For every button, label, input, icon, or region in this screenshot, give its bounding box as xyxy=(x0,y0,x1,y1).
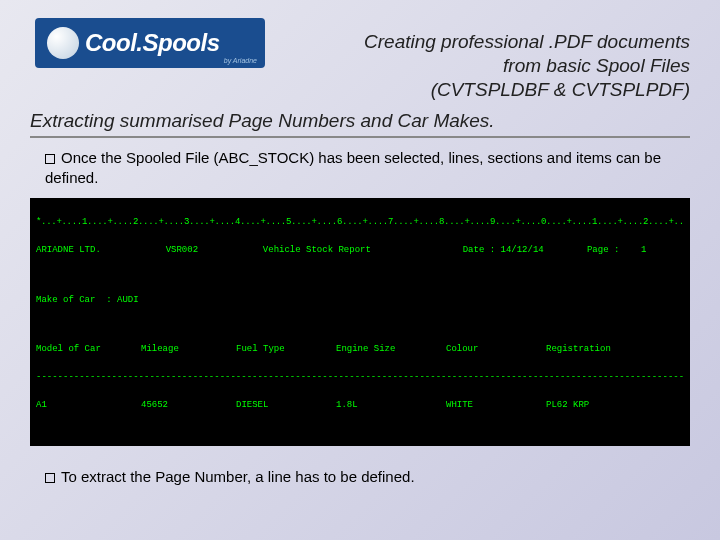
bullet-point-1: Once the Spooled File (ABC_STOCK) has be… xyxy=(45,148,690,187)
page-value: 1 xyxy=(641,245,646,255)
report-header-row: ARIADNE LTD. VSR002 Vehicle Stock Report… xyxy=(36,244,684,258)
date-value: 14/12/14 xyxy=(501,245,544,255)
column-ruler: *...+....1....+....2....+....3....+....4… xyxy=(36,216,684,230)
hdr-mileage: Mileage xyxy=(141,343,236,357)
title-line-3: (CVTSPLDBF & CVTSPLPDF) xyxy=(290,78,690,102)
company-name: ARIADNE LTD. xyxy=(36,245,101,255)
report-id: VSR002 xyxy=(166,245,198,255)
bullet-2-text: To extract the Page Number, a line has t… xyxy=(61,468,415,485)
bullet-1-text: Once the Spooled File (ABC_STOCK) has be… xyxy=(45,149,661,186)
logo-byline: by Ariadne xyxy=(224,57,257,64)
hdr-colour: Colour xyxy=(446,343,546,357)
make-value: AUDI xyxy=(117,295,139,305)
hdr-reg: Registration xyxy=(546,343,666,357)
bullet-square-icon xyxy=(45,473,55,483)
brand-logo: Cool.Spools by Ariadne xyxy=(35,18,265,68)
date-label: Date : xyxy=(463,245,495,255)
hdr-engine: Engine Size xyxy=(336,343,446,357)
table-row: A145652DIESEL1.8LWHITEPL62 KRP xyxy=(36,399,684,413)
report-title: Vehicle Stock Report xyxy=(263,245,371,255)
terminal-screenshot: *...+....1....+....2....+....3....+....4… xyxy=(30,198,690,446)
logo-sphere-icon xyxy=(47,27,79,59)
divider-line: ----------------------------------------… xyxy=(36,371,684,385)
hdr-fuel: Fuel Type xyxy=(236,343,336,357)
bullet-point-2: To extract the Page Number, a line has t… xyxy=(45,468,690,485)
logo-text: Cool.Spools xyxy=(85,29,220,57)
column-headers: Model of CarMileageFuel TypeEngine SizeC… xyxy=(36,343,684,357)
hdr-model: Model of Car xyxy=(36,343,141,357)
slide-title: Creating professional .PDF documents fro… xyxy=(290,30,690,101)
slide-subtitle: Extracting summarised Page Numbers and C… xyxy=(30,110,690,138)
bullet-square-icon xyxy=(45,154,55,164)
make-row: Make of Car : AUDI xyxy=(36,294,684,308)
title-line-2: from basic Spool Files xyxy=(290,54,690,78)
title-line-1: Creating professional .PDF documents xyxy=(290,30,690,54)
page-label: Page : xyxy=(587,245,619,255)
make-label: Make of Car : xyxy=(36,295,112,305)
